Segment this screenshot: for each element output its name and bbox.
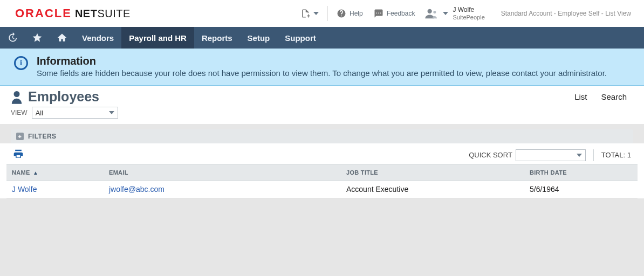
caret-down-icon (313, 12, 319, 15)
cell-job-title: Account Executive (341, 181, 524, 198)
caret-down-icon (109, 111, 114, 114)
filters-label: FILTERS (28, 133, 57, 140)
cell-birth-date: 5/6/1964 (524, 181, 638, 198)
empty-area (0, 198, 644, 276)
nav-item-vendors[interactable]: Vendors (74, 27, 121, 49)
nav-item-reports[interactable]: Reports (194, 27, 240, 49)
svg-point-0 (428, 9, 432, 13)
nav-home-button[interactable] (50, 27, 74, 49)
page-header: Employees List Search VIEW All (0, 86, 644, 124)
user-menu[interactable]: J Wolfe SuitePeople (424, 6, 484, 20)
home-icon (57, 32, 67, 43)
view-label: VIEW (11, 109, 28, 116)
help-button[interactable]: Help (331, 5, 368, 22)
history-icon (7, 32, 18, 43)
logo-net-text: NET (75, 8, 98, 19)
col-name[interactable]: NAME ▲ (6, 165, 104, 181)
quicksort-select[interactable] (516, 149, 586, 161)
employees-table: NAME ▲ EMAIL JOB TITLE BIRTH DATE J Wolf… (6, 164, 638, 198)
logo-suite-text: SUITE (97, 8, 130, 19)
view-select[interactable]: All (32, 107, 118, 119)
print-button[interactable] (13, 149, 24, 161)
view-search-link[interactable]: Search (597, 90, 631, 104)
col-job-title[interactable]: JOB TITLE (341, 165, 524, 181)
user-name: J Wolfe (453, 6, 484, 13)
nav-item-support[interactable]: Support (277, 27, 324, 49)
caret-down-icon (443, 12, 448, 15)
create-new-button[interactable] (295, 5, 324, 22)
info-icon: i (14, 56, 28, 70)
nav-item-payroll-hr[interactable]: Payroll and HR (121, 27, 194, 49)
sort-asc-icon: ▲ (33, 170, 38, 176)
star-icon (32, 32, 43, 43)
user-role: SuitePeople (453, 14, 484, 20)
print-icon (13, 149, 24, 160)
feedback-label: Feedback (387, 10, 415, 17)
quicksort-label: QUICK SORT (469, 151, 512, 159)
logo-oracle-text: ORACLE (15, 6, 72, 20)
info-banner: i Information Some fields are hidden bec… (0, 49, 644, 86)
total-label-text: TOTAL: (601, 151, 625, 159)
employee-link[interactable]: J Wolfe (12, 185, 37, 194)
feedback-button[interactable]: Feedback (368, 5, 421, 22)
create-new-icon (300, 9, 310, 18)
nav-history-button[interactable] (0, 27, 25, 49)
total-count: TOTAL: 1 (601, 151, 631, 159)
email-link[interactable]: jwolfe@abc.com (109, 185, 165, 194)
employees-table-wrap: NAME ▲ EMAIL JOB TITLE BIRTH DATE J Wolf… (0, 164, 644, 198)
divider (593, 149, 594, 161)
table-header-row: NAME ▲ EMAIL JOB TITLE BIRTH DATE (6, 165, 638, 181)
total-value: 1 (627, 151, 631, 159)
info-title: Information (37, 55, 607, 67)
col-birth-date[interactable]: BIRTH DATE (524, 165, 638, 181)
user-avatar-icon (424, 8, 439, 19)
svg-point-2 (14, 91, 20, 97)
feedback-icon (374, 9, 383, 18)
main-nav: Vendors Payroll and HR Reports Setup Sup… (0, 27, 644, 49)
filters-toggle[interactable]: + FILTERS (11, 129, 633, 143)
list-toolbar: QUICK SORT TOTAL: 1 (0, 143, 644, 164)
info-body: Some fields are hidden because your role… (37, 68, 607, 78)
person-icon (11, 90, 23, 104)
role-breadcrumb: Standard Account - Employee Self - List … (501, 10, 631, 17)
help-icon (337, 9, 346, 18)
table-row[interactable]: J Wolfe jwolfe@abc.com Account Executive… (6, 181, 638, 198)
expand-icon: + (16, 133, 24, 140)
divider (327, 6, 328, 21)
view-list-link[interactable]: List (570, 90, 591, 104)
nav-favorites-button[interactable] (25, 27, 50, 49)
top-bar: ORACLE NETSUITE Help Feedback J Wolfe Su… (0, 0, 644, 27)
page-title-text: Employees (28, 89, 99, 105)
cell-email: jwolfe@abc.com (104, 181, 341, 198)
col-name-label: NAME (12, 169, 30, 176)
page-title: Employees (11, 89, 99, 105)
svg-point-1 (434, 11, 436, 13)
cell-name: J Wolfe (6, 181, 104, 198)
nav-item-setup[interactable]: Setup (240, 27, 278, 49)
col-email[interactable]: EMAIL (104, 165, 341, 181)
caret-down-icon (577, 154, 582, 157)
view-select-value: All (36, 109, 43, 117)
oracle-netsuite-logo[interactable]: ORACLE NETSUITE (15, 6, 131, 20)
help-label: Help (350, 10, 363, 17)
